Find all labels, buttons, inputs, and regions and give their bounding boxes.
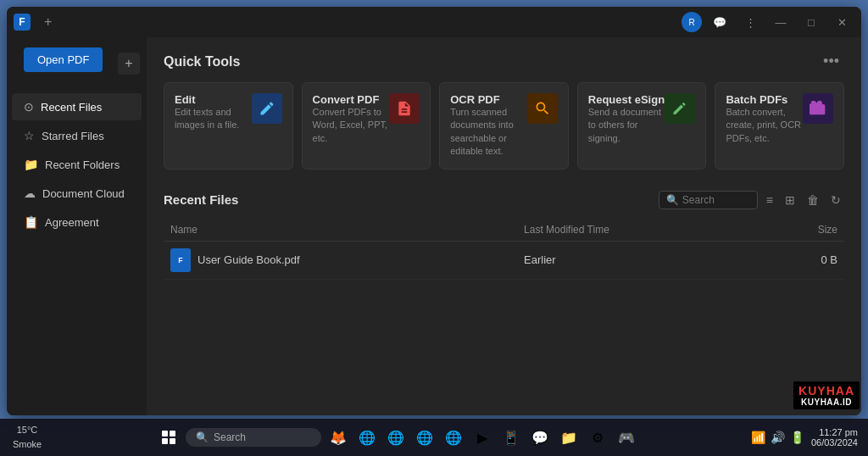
taskbar-app-game[interactable]: 🎮 [615,425,638,449]
taskbar-search[interactable]: 🔍 Search [186,428,321,447]
tool-name: Convert PDF [313,93,390,106]
sidebar-item-recent-folders[interactable]: 📁 Recent Folders [12,151,142,178]
tool-card-top: Convert PDF Convert PDFs to Word, Excel,… [313,93,420,145]
tool-card-top: Edit Edit texts and images in a file. [175,93,282,132]
tool-desc: Send a document to others for signing. [588,106,665,145]
file-size: 0 B [762,241,844,279]
grid-view-button[interactable]: ⊞ [782,190,798,210]
tool-name: Batch PDFs [726,93,803,106]
tools-grid: Edit Edit texts and images in a file. Co… [164,82,844,170]
tool-card-request-esign[interactable]: Request eSign Send a document to others … [577,82,707,170]
chat-icon: 💬 [713,16,726,29]
taskbar-app-browser3[interactable]: 🌐 [413,425,437,449]
recent-folders-icon: 📁 [24,158,38,171]
title-bar-right: R 💬 ⋮ — □ ✕ [682,10,854,34]
app-logo: F [14,14,31,31]
tool-card-edit[interactable]: Edit Edit texts and images in a file. [164,82,293,170]
sidebar-item-label: Recent Folders [45,158,120,171]
recent-files-icon: ⊙ [24,100,34,114]
sidebar-item-label: Document Cloud [42,187,125,200]
taskbar-app-phone[interactable]: 📱 [499,425,523,449]
quick-tools-title: Quick Tools [164,54,240,70]
close-button[interactable]: ✕ [829,10,854,34]
column-name: Name [164,219,517,242]
grid-view-icon: ⊞ [785,193,795,207]
tool-desc: Batch convert, create, print, OCR PDFs, … [726,106,803,145]
tool-desc: Convert PDFs to Word, Excel, PPT, etc. [313,106,390,145]
delete-button[interactable]: 🗑 [804,190,822,210]
list-view-icon: ≡ [766,193,773,207]
file-name-cell: F User Guide Book.pdf [170,248,510,272]
taskbar-app-files[interactable]: 📁 [557,425,581,449]
refresh-button[interactable]: ↻ [827,190,844,210]
file-name: User Guide Book.pdf [198,253,300,266]
file-modified: Earlier [517,241,762,279]
avatar[interactable]: R [682,12,702,32]
sidebar-item-document-cloud[interactable]: ☁ Document Cloud [12,180,142,207]
pdf-file-icon: F [170,248,191,272]
taskbar-app-settings[interactable]: ⚙ [586,425,609,449]
search-box[interactable]: 🔍 [659,191,758,209]
time: 11:27 pm [811,427,858,437]
windows-icon [162,431,175,444]
taskbar-app-chat[interactable]: 💬 [528,425,552,449]
starred-files-icon: ☆ [24,129,35,142]
minimize-button[interactable]: — [768,10,793,34]
table-row[interactable]: F User Guide Book.pdf Earlier 0 B [164,241,844,279]
sidebar-item-starred-files[interactable]: ☆ Starred Files [12,122,142,149]
taskbar-app-chrome[interactable]: 🌐 [384,425,408,449]
open-pdf-button[interactable]: Open PDF [24,47,103,72]
maximize-button[interactable]: □ [798,10,824,34]
tool-desc: Edit texts and images in a file. [175,106,252,132]
convert-tool-icon [389,93,420,124]
quick-tools-header: Quick Tools ••• [164,51,844,72]
column-size: Size [762,219,844,242]
more-options-button[interactable]: ⋮ [737,10,763,34]
tool-card-ocr-pdf[interactable]: OCR PDF Turn scanned documents into sear… [439,82,569,170]
sidebar-item-agreement[interactable]: 📋 Agreement [12,209,142,236]
sidebar: Open PDF + ⊙ Recent Files ☆ Starred File… [7,37,147,415]
esign-tool-icon [665,93,695,124]
chat-button[interactable]: 💬 [707,10,732,34]
taskbar: 15°C Smoke 🔍 Search 🦊 🌐 🌐 🌐 🌐 ▶ 📱 💬 📁 ⚙ … [0,419,868,456]
recent-files-title: Recent Files [164,192,238,207]
title-bar-left: F + [14,11,58,33]
weather-desc: Smoke [13,439,42,450]
tool-card-top: Batch PDFs Batch convert, create, print,… [726,93,833,145]
tool-card-batch-pdfs[interactable]: Batch PDFs Batch convert, create, print,… [715,82,844,170]
battery-icon: 🔋 [790,431,804,444]
tool-card-top: OCR PDF Turn scanned documents into sear… [450,93,558,158]
taskbar-app-firefox[interactable]: 🦊 [326,425,350,449]
sidebar-top: Open PDF + [7,44,147,92]
time-display: 11:27 pm 06/03/2024 [811,427,858,448]
weather-widget: 15°C Smoke [10,425,44,450]
search-icon: 🔍 [666,194,679,206]
sidebar-item-recent-files[interactable]: ⊙ Recent Files [12,93,142,120]
search-icon: 🔍 [196,431,209,443]
start-button[interactable] [157,425,181,449]
tool-name: Edit [175,93,252,106]
taskbar-app-edge[interactable]: 🌐 [355,425,379,449]
tool-card-convert-pdf[interactable]: Convert PDF Convert PDFs to Word, Excel,… [302,82,431,170]
agreement-icon: 📋 [24,215,38,229]
ocr-tool-icon [527,93,558,124]
trash-icon: 🗑 [807,193,819,207]
refresh-icon: ↻ [831,193,841,207]
main-layout: Open PDF + ⊙ Recent Files ☆ Starred File… [7,37,861,415]
content-area: Quick Tools ••• Edit Edit texts and imag… [147,37,861,415]
add-tab-button[interactable]: + [37,11,58,33]
files-toolbar: 🔍 ≡ ⊞ 🗑 ↻ [659,190,844,210]
taskbar-app-browser4[interactable]: 🌐 [442,425,465,449]
taskbar-app-media[interactable]: ▶ [470,425,494,449]
wifi-icon: 📶 [751,431,765,444]
quick-tools-more-button[interactable]: ••• [818,51,844,72]
search-input[interactable] [682,194,750,206]
column-modified: Last Modified Time [517,219,762,242]
list-view-button[interactable]: ≡ [763,190,776,210]
batch-tool-icon [803,93,833,124]
app-window: F + R 💬 ⋮ — □ ✕ Open PDF [7,7,861,415]
title-bar: F + R 💬 ⋮ — □ ✕ [7,7,861,37]
add-button[interactable]: + [118,53,140,75]
taskbar-search-label: Search [214,431,246,443]
edit-tool-icon [252,93,282,124]
